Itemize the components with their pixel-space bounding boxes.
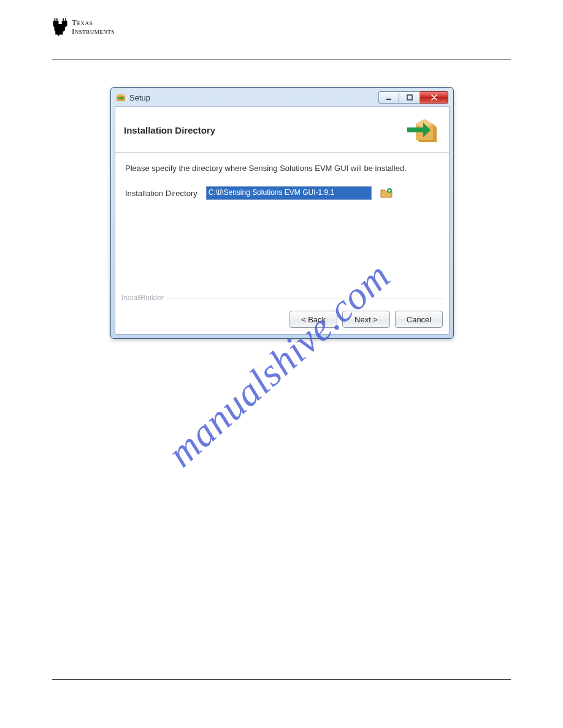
- minimize-icon: [386, 94, 392, 100]
- setup-app-icon: [116, 93, 126, 102]
- rule-bottom: [52, 679, 511, 680]
- client-area: Installation Directory Please specify th…: [115, 106, 450, 335]
- wizard-header: Installation Directory: [115, 107, 449, 153]
- directory-input-wrap: C:\ti\Sensing Solutions EVM GUI-1.9.1: [206, 186, 372, 200]
- svg-rect-6: [407, 95, 412, 100]
- installbuilder-line: InstallBuilder: [115, 294, 449, 305]
- directory-label: Installation Directory: [125, 189, 197, 198]
- svg-rect-2: [63, 18, 64, 21]
- maximize-button[interactable]: [399, 91, 420, 104]
- minimize-button[interactable]: [378, 91, 399, 104]
- close-button[interactable]: [420, 91, 448, 104]
- directory-row: Installation Directory C:\ti\Sensing Sol…: [125, 186, 439, 200]
- installbuilder-label: InstallBuilder: [121, 294, 164, 302]
- rule-top: [52, 59, 511, 59]
- wizard-title: Installation Directory: [124, 125, 215, 135]
- maximize-icon: [407, 94, 413, 100]
- close-icon: [431, 94, 438, 100]
- ti-logo-line1: Texas: [72, 18, 115, 27]
- builder-rule: [167, 298, 443, 298]
- window-title: Setup: [129, 93, 378, 102]
- installer-window: Setup Installation Directory: [110, 87, 454, 339]
- window-controls: [378, 91, 448, 104]
- next-button[interactable]: Next >: [342, 311, 390, 328]
- svg-rect-3: [65, 18, 66, 21]
- ti-logo-text: Texas Instruments: [72, 18, 115, 35]
- package-arrow-icon: [406, 115, 440, 145]
- wizard-footer: < Back Next > Cancel: [115, 305, 449, 334]
- ti-logo: Texas Instruments: [52, 18, 115, 37]
- svg-rect-0: [55, 18, 56, 21]
- prompt-text: Please specify the directory where Sensi…: [125, 164, 439, 173]
- svg-rect-1: [56, 18, 58, 21]
- titlebar: Setup: [115, 91, 450, 106]
- svg-rect-5: [386, 99, 391, 100]
- browse-folder-icon[interactable]: [380, 188, 393, 199]
- ti-chip-icon: [52, 18, 69, 37]
- back-button[interactable]: < Back: [289, 311, 337, 328]
- directory-input[interactable]: [206, 186, 372, 200]
- cancel-button[interactable]: Cancel: [395, 311, 443, 328]
- wizard-body: Please specify the directory where Sensi…: [115, 153, 449, 294]
- ti-logo-line2: Instruments: [72, 27, 115, 36]
